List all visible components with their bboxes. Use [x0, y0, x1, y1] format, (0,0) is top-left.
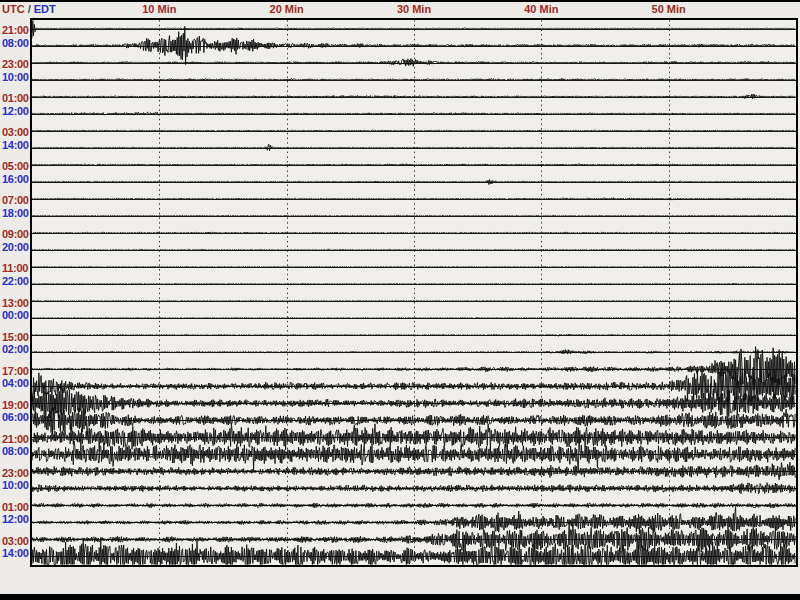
- bottom-border: [0, 594, 800, 600]
- hour-label-utc: 13:00: [2, 297, 30, 310]
- minute-tick-label: 40 Min: [506, 3, 576, 15]
- hour-label-pair: 13:0000:00: [2, 297, 30, 322]
- hour-label-utc: 17:00: [2, 365, 30, 378]
- hour-label-edt: 12:00: [2, 513, 30, 526]
- hour-label-edt: 08:00: [2, 445, 30, 458]
- hour-label-pair: 11:0022:00: [2, 262, 30, 287]
- hour-label-edt: 16:00: [2, 173, 30, 186]
- hour-label-pair: 05:0016:00: [2, 160, 30, 185]
- hour-label-utc: 07:00: [2, 194, 30, 207]
- hour-label-pair: 23:0010:00: [2, 467, 30, 492]
- hour-label-pair: 03:0014:00: [2, 126, 30, 151]
- hour-label-edt: 10:00: [2, 71, 30, 84]
- hour-label-pair: 21:0008:00: [2, 24, 30, 49]
- hour-label-utc: 15:00: [2, 331, 30, 344]
- hour-label-edt: 00:00: [2, 309, 30, 322]
- hour-label-utc: 09:00: [2, 228, 30, 241]
- hour-label-pair: 15:0002:00: [2, 331, 30, 356]
- hour-label-edt: 14:00: [2, 547, 30, 560]
- hour-label-pair: 03:0014:00: [2, 535, 30, 560]
- hour-label-utc: 19:00: [2, 399, 30, 412]
- minute-tick-label: 10 Min: [124, 3, 194, 15]
- hour-label-utc: 21:00: [2, 24, 30, 37]
- hour-label-utc: 21:00: [2, 433, 30, 446]
- minute-tick-label: 30 Min: [379, 3, 449, 15]
- hour-label-pair: 07:0018:00: [2, 194, 30, 219]
- hour-label-pair: 17:0004:00: [2, 365, 30, 390]
- hour-label-utc: 23:00: [2, 467, 30, 480]
- hour-label-utc: 01:00: [2, 92, 30, 105]
- hour-label-edt: 14:00: [2, 139, 30, 152]
- hour-label-pair: 01:0012:00: [2, 501, 30, 526]
- hour-label-edt: 04:00: [2, 377, 30, 390]
- minute-tick-label: 50 Min: [634, 3, 704, 15]
- hour-label-edt: 08:00: [2, 37, 30, 50]
- utc-label: UTC: [2, 3, 25, 15]
- hour-label-edt: 22:00: [2, 275, 30, 288]
- minute-tick-label: 20 Min: [252, 3, 322, 15]
- hour-label-utc: 03:00: [2, 126, 30, 139]
- hour-label-edt: 12:00: [2, 105, 30, 118]
- top-border: [0, 0, 800, 2]
- hour-label-utc: 11:00: [2, 262, 30, 275]
- timezone-separator: /: [25, 3, 34, 15]
- hour-label-edt: 10:00: [2, 479, 30, 492]
- seismogram-plot-area: [30, 18, 798, 567]
- hour-label-edt: 18:00: [2, 207, 30, 220]
- edt-label: EDT: [34, 3, 56, 15]
- hour-label-edt: 20:00: [2, 241, 30, 254]
- hour-label-pair: 19:0006:00: [2, 399, 30, 424]
- hour-label-pair: 23:0010:00: [2, 58, 30, 83]
- hour-label-utc: 01:00: [2, 501, 30, 514]
- hour-label-utc: 03:00: [2, 535, 30, 548]
- hour-label-pair: 21:0008:00: [2, 433, 30, 458]
- hour-label-utc: 05:00: [2, 160, 30, 173]
- hour-label-utc: 23:00: [2, 58, 30, 71]
- hour-label-edt: 02:00: [2, 343, 30, 356]
- timezone-legend: UTC / EDT: [2, 3, 56, 15]
- hour-label-edt: 06:00: [2, 411, 30, 424]
- hour-label-pair: 09:0020:00: [2, 228, 30, 253]
- hour-label-pair: 01:0012:00: [2, 92, 30, 117]
